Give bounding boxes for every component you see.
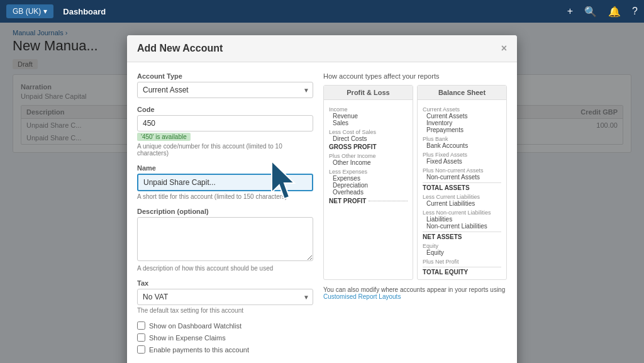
account-type-select[interactable]: Current Asset	[137, 82, 313, 98]
description-hint: A description of how this account should…	[137, 265, 313, 272]
name-group: Name A short title for this account (lim…	[137, 164, 313, 200]
modal-overlay: Add New Account × Account Type Current A…	[0, 23, 644, 363]
checkbox-payments-row: Enable payments to this account	[137, 345, 313, 354]
tax-group: Tax No VAT ▼ The default tax setting for…	[137, 279, 313, 314]
bs-noncurrent-liabilities: Non-current Liabilities	[423, 223, 501, 230]
account-type-group: Account Type Current Asset ▼	[137, 72, 313, 98]
bs-noncurrent-assets: Non-current Assets	[423, 174, 501, 181]
modal-close-button[interactable]: ×	[501, 43, 507, 54]
report-cards: Profit & Loss Income Revenue Sales Less …	[323, 85, 507, 280]
bs-inventory: Inventory	[423, 120, 501, 126]
org-dropdown-icon: ▾	[43, 7, 47, 16]
checkbox-expense[interactable]	[137, 333, 145, 342]
checkbox-watchlist-label: Show on Dashboard Watchlist	[149, 322, 242, 330]
bs-equity: Equity	[423, 249, 501, 256]
pl-cos-label: Less Cost of Sales	[329, 129, 408, 135]
checkbox-watchlist[interactable]	[137, 321, 145, 330]
bs-prepayments: Prepayments	[423, 126, 501, 133]
checkbox-expense-row: Show in Expense Claims	[137, 333, 313, 342]
availability-badge: '450' is available	[137, 133, 191, 141]
description-label: Description (optional)	[137, 208, 313, 215]
org-name: GB (UK)	[13, 7, 41, 16]
checkbox-watchlist-row: Show on Dashboard Watchlist	[137, 321, 313, 330]
account-type-select-wrapper: Current Asset ▼	[137, 82, 313, 98]
add-icon[interactable]: +	[567, 6, 573, 17]
code-hint: A unique code/number for this account (l…	[137, 143, 313, 157]
name-hint: A short title for this account (limited …	[137, 193, 313, 200]
account-type-label: Account Type	[137, 72, 313, 80]
info-footer-text: You can also modify where accounts appea…	[323, 286, 505, 293]
pl-other-label: Plus Other Income	[329, 153, 408, 159]
net-profit-dots	[369, 201, 408, 201]
name-label: Name	[137, 164, 313, 172]
pl-sales: Sales	[329, 120, 408, 126]
pl-net-profit-row: NET PROFIT	[329, 198, 408, 204]
name-input[interactable]	[137, 174, 313, 191]
bs-net-profit-label: Plus Net Profit	[423, 259, 501, 265]
pl-direct-costs: Direct Costs	[329, 135, 408, 142]
bs-cl-label: Less Current Liabilities	[423, 194, 501, 200]
pl-other-income: Other Income	[329, 159, 408, 166]
info-panel: How account types affect your reports Pr…	[323, 72, 507, 357]
form-section: Account Type Current Asset ▼ Code '450' …	[137, 72, 313, 357]
modal-title: Add New Account	[137, 43, 223, 54]
bs-header: Balance Sheet	[418, 86, 506, 100]
pl-overheads: Overheads	[329, 189, 408, 196]
tax-select[interactable]: No VAT	[137, 289, 313, 305]
code-group: Code '450' is available A unique code/nu…	[137, 106, 313, 157]
bs-total-assets: TOTAL ASSETS	[423, 182, 501, 191]
org-selector[interactable]: GB (UK) ▾	[6, 4, 53, 18]
pl-income-label: Income	[329, 106, 408, 113]
bs-ca-label: Current Assets	[423, 106, 501, 113]
bs-net-assets: NET ASSETS	[423, 232, 501, 240]
notifications-icon[interactable]: 🔔	[608, 6, 621, 18]
top-navigation: GB (UK) ▾ Dashboard + 🔍 🔔 ?	[0, 0, 644, 23]
modal-header: Add New Account ×	[127, 35, 517, 62]
nav-actions: + 🔍 🔔 ?	[567, 6, 638, 18]
code-input[interactable]	[137, 115, 313, 131]
bs-total-equity: TOTAL EQUITY	[423, 267, 501, 276]
pl-body: Income Revenue Sales Less Cost of Sales …	[324, 100, 413, 208]
description-group: Description (optional) A description of …	[137, 208, 313, 272]
bs-bank-accounts: Bank Accounts	[423, 142, 501, 149]
checkbox-payments[interactable]	[137, 345, 145, 354]
profit-loss-card: Profit & Loss Income Revenue Sales Less …	[323, 85, 413, 280]
info-footer: You can also modify where accounts appea…	[323, 286, 507, 300]
description-input[interactable]	[137, 217, 313, 261]
bs-noncurrent-label: Plus Non-current Assets	[423, 167, 501, 174]
pl-header: Profit & Loss	[324, 86, 413, 100]
bs-ncl-label: Less Non-current Liabilities	[423, 209, 501, 216]
bs-bank-label: Plus Bank	[423, 136, 501, 142]
main-background: Manual Journals › New Manua... Draft Nar…	[0, 23, 644, 363]
bs-fixed-label: Plus Fixed Assets	[423, 152, 501, 158]
pl-depreciation: Depreciation	[329, 182, 408, 189]
customised-layouts-link[interactable]: Customised Report Layouts	[323, 293, 401, 300]
bs-current-liabilities: Current Liabilities	[423, 200, 501, 207]
bs-equity-label: Equity	[423, 243, 501, 249]
pl-expenses-label: Less Expenses	[329, 169, 408, 175]
search-icon[interactable]: 🔍	[584, 6, 597, 18]
info-panel-title: How account types affect your reports	[323, 72, 507, 80]
bs-current-assets: Current Assets	[423, 113, 501, 120]
pl-expenses: Expenses	[329, 175, 408, 182]
dashboard-link[interactable]: Dashboard	[63, 7, 106, 16]
code-label: Code	[137, 106, 313, 113]
checkbox-expense-label: Show in Expense Claims	[149, 334, 226, 342]
help-icon[interactable]: ?	[632, 6, 638, 17]
checkbox-payments-label: Enable payments to this account	[149, 346, 249, 354]
tax-hint: The default tax setting for this account	[137, 307, 313, 314]
add-account-modal: Add New Account × Account Type Current A…	[127, 35, 517, 363]
tax-select-wrapper: No VAT ▼	[137, 289, 313, 305]
tax-label: Tax	[137, 279, 313, 287]
modal-body: Account Type Current Asset ▼ Code '450' …	[127, 62, 517, 363]
pl-revenue: Revenue	[329, 113, 408, 120]
bs-liabilities: Liabilities	[423, 216, 501, 223]
bs-body: Current Assets Current Assets Inventory …	[418, 100, 506, 279]
pl-gross-profit: GROSS PROFIT	[329, 143, 408, 150]
balance-sheet-card: Balance Sheet Current Assets Current Ass…	[417, 85, 507, 280]
pl-net-profit: NET PROFIT	[329, 198, 366, 204]
bs-fixed-assets: Fixed Assets	[423, 158, 501, 165]
